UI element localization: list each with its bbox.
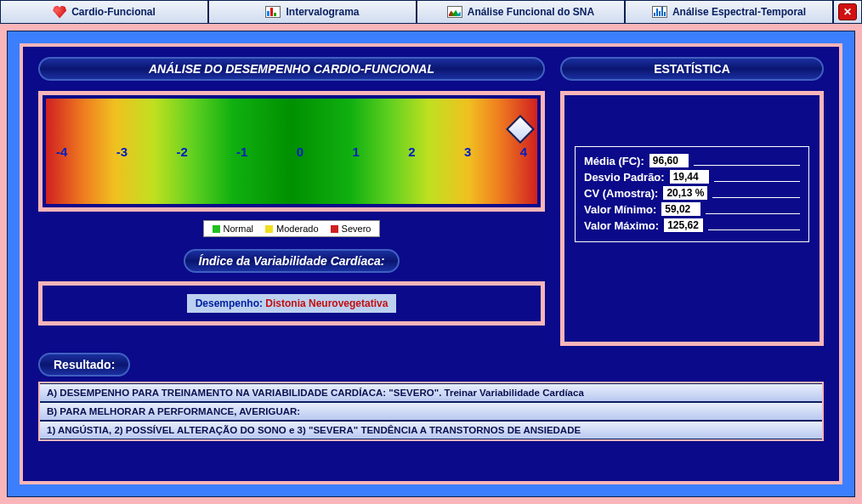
stats-header: ESTATÍSTICA — [560, 57, 824, 81]
scale-tick: -2 — [176, 144, 187, 159]
legend-moderate: Moderado — [265, 224, 319, 234]
tab-label: Análise Espectral-Temporal — [672, 6, 806, 18]
line-chart-icon — [447, 6, 462, 18]
scale-tick: -4 — [56, 144, 67, 159]
result-list: A) DESEMPENHO PARA TREINAMENTO NA VARIAB… — [38, 382, 824, 441]
performance-value: Desempenho: Distonia Neurovegetativa — [187, 294, 397, 313]
stat-media: Média (FC): 96,60 — [584, 154, 800, 167]
result-item: 1) ANGÚSTIA, 2) POSSÍVEL ALTERAÇÃO DO SO… — [40, 421, 822, 439]
stat-value: 59,02 — [661, 202, 700, 216]
result-header: Resultado: — [38, 353, 130, 377]
tab-intervalograma[interactable]: Intervalograma — [209, 1, 417, 23]
spectrum-icon — [652, 6, 667, 18]
result-item: A) DESEMPENHO PARA TREINAMENTO NA VARIAB… — [40, 383, 822, 402]
analysis-header: ANÁLISE DO DESEMPENHO CARDIO-FUNCIONAL — [38, 57, 545, 81]
scale-tick: 0 — [297, 144, 303, 159]
bar-chart-icon — [265, 6, 281, 18]
tab-label: Análise Funcional do SNA — [468, 6, 594, 18]
scale-tick: 3 — [464, 144, 471, 159]
close-button[interactable] — [834, 1, 861, 23]
performance-scale-panel: -4 -3 -2 -1 0 1 2 3 4 — [38, 91, 545, 212]
stat-value: 20,13 % — [663, 186, 707, 200]
stat-cv: CV (Amostra): 20,13 % — [584, 186, 800, 200]
content-frame: ANÁLISE DO DESEMPENHO CARDIO-FUNCIONAL -… — [20, 43, 842, 484]
tab-label: Intervalograma — [286, 6, 359, 18]
hrv-index-header: Índice da Variabilidade Cardíaca: — [184, 249, 400, 273]
tab-analise-espectral[interactable]: Análise Espectral-Temporal — [626, 1, 834, 23]
stat-value: 96,60 — [649, 154, 689, 167]
stat-max: Valor Máximo: 125,62 — [584, 218, 800, 232]
gradient-scale: -4 -3 -2 -1 0 1 2 3 4 — [46, 99, 537, 204]
top-tab-bar: Cardio-Funcional Intervalograma Análise … — [0, 0, 862, 24]
scale-tick: -3 — [116, 144, 128, 159]
legend-normal: Normal — [213, 224, 253, 234]
outer-frame: ANÁLISE DO DESEMPENHO CARDIO-FUNCIONAL -… — [0, 24, 862, 504]
tab-label: Cardio-Funcional — [71, 6, 156, 18]
scale-tick: 2 — [408, 144, 415, 159]
scale-marker-icon — [506, 115, 535, 144]
scale-tick: -1 — [236, 144, 247, 159]
legend: Normal Moderado Severo — [203, 220, 381, 237]
scale-tick: 1 — [353, 144, 360, 159]
close-icon — [838, 3, 857, 20]
stats-panel: Média (FC): 96,60 Desvio Padrão: 19,44 C… — [560, 91, 824, 346]
result-item: B) PARA MELHORAR A PERFORMANCE, AVERIGUA… — [40, 402, 822, 421]
legend-severe: Severo — [331, 224, 371, 234]
stat-value: 125,62 — [664, 218, 703, 232]
tab-analise-sna[interactable]: Análise Funcional do SNA — [417, 1, 626, 23]
stat-desvio: Desvio Padrão: 19,44 — [584, 170, 800, 184]
tab-cardio-funcional[interactable]: Cardio-Funcional — [1, 1, 209, 23]
heart-icon — [53, 6, 66, 19]
scale-tick: 4 — [520, 144, 527, 159]
mid-frame: ANÁLISE DO DESEMPENHO CARDIO-FUNCIONAL -… — [7, 31, 855, 497]
stat-value: 19,44 — [670, 170, 709, 184]
stat-min: Valor Mínimo: 59,02 — [584, 202, 800, 216]
performance-panel: Desempenho: Distonia Neurovegetativa — [38, 281, 545, 326]
